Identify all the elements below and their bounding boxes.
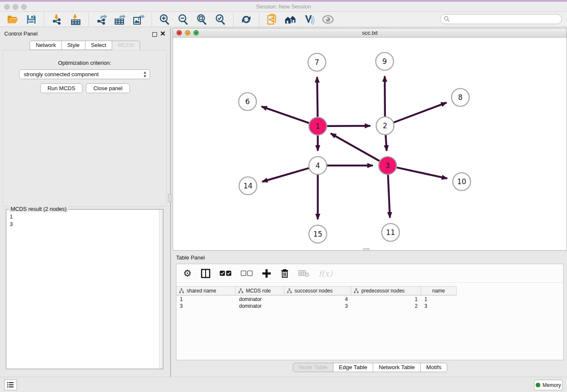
mcds-result-box: MCDS result (2 nodes) 1 3 — [6, 209, 163, 369]
tab-node-table[interactable]: Node Table — [293, 363, 333, 372]
memory-button[interactable]: Memory — [534, 380, 563, 390]
memory-label: Memory — [542, 382, 561, 388]
table-cell[interactable]: 1 — [351, 296, 421, 303]
select-stepper-icon: ▲▼ — [143, 71, 147, 78]
graph-edge-1-2[interactable] — [327, 126, 370, 126]
table-row[interactable]: 3dominator323 — [176, 303, 563, 309]
toolbar-separator — [44, 13, 44, 26]
delete-column-icon[interactable] — [281, 268, 289, 279]
titlebar: Session: New Session — [0, 2, 567, 12]
float-panel-icon[interactable] — [152, 31, 157, 39]
graph-edge-2-9[interactable] — [385, 76, 385, 116]
apply-layout-icon[interactable] — [240, 13, 253, 26]
table-cell[interactable]: 1 — [421, 296, 457, 303]
table-cell[interactable]: 2 — [351, 303, 421, 309]
table-panel: Table Panel ✕ ⚙ f(x) — [173, 252, 567, 377]
add-column-icon[interactable] — [262, 268, 271, 279]
deselect-all-icon[interactable] — [241, 268, 253, 279]
search-input[interactable] — [440, 14, 562, 24]
graph-edge-4-14[interactable] — [262, 168, 309, 182]
graph-edge-1-7[interactable] — [317, 77, 317, 117]
network-resize-handle[interactable] — [363, 248, 369, 251]
column-header-name[interactable]: name — [421, 286, 457, 295]
control-panel-tabs: Network Style Select MCDS — [0, 41, 169, 50]
zoom-out-icon[interactable] — [177, 13, 190, 26]
zoom-fit-icon[interactable] — [195, 13, 208, 26]
graph-node-label: 2 — [383, 121, 388, 130]
clone-network-icon[interactable] — [266, 13, 278, 26]
column-header-mcds-role[interactable]: MCDS role — [236, 286, 284, 295]
column-header-successor-nodes[interactable]: successor nodes — [284, 286, 351, 295]
table-row[interactable]: 1dominator411 — [176, 296, 563, 303]
table-cell[interactable]: dominator — [236, 296, 284, 303]
graph-edge-2-8[interactable] — [394, 102, 447, 122]
list-icon — [7, 381, 14, 388]
task-history-button[interactable] — [4, 379, 17, 390]
node-table-container: ⚙ f(x) shared name — [176, 264, 564, 360]
graph-edge-3-11[interactable] — [388, 175, 390, 218]
tab-style[interactable]: Style — [61, 41, 85, 50]
network-graph-canvas[interactable]: 7968124314101511 — [173, 38, 567, 250]
toolbar-separator — [88, 13, 89, 26]
close-window-button[interactable] — [4, 4, 10, 10]
tab-network-table[interactable]: Network Table — [373, 363, 421, 372]
graph-node-label: 9 — [383, 57, 387, 66]
maximize-network-button[interactable]: + — [193, 30, 199, 36]
table-header: shared name MCDS role successor nodes pr… — [176, 286, 457, 295]
tab-edge-table[interactable]: Edge Table — [333, 363, 373, 372]
tree-icon — [287, 288, 292, 293]
save-session-icon[interactable] — [25, 13, 38, 26]
minimize-window-button[interactable] — [13, 4, 18, 10]
table-cell[interactable]: 4 — [284, 296, 351, 303]
open-session-icon[interactable] — [6, 13, 19, 26]
criterion-select[interactable]: strongly connected component ▲▼ — [19, 69, 150, 79]
tab-motifs[interactable]: Motifs — [420, 363, 447, 372]
graph-node-label: 3 — [385, 161, 390, 170]
birds-eye-view-icon[interactable] — [322, 13, 334, 26]
table-cell[interactable]: 3 — [421, 303, 457, 309]
mcds-result-list[interactable]: 1 3 — [7, 213, 158, 228]
graph-node-label: 6 — [245, 97, 250, 106]
export-table-icon[interactable] — [114, 13, 127, 26]
graph-node-label: 11 — [386, 228, 395, 237]
close-panel-icon[interactable]: ✕ — [160, 31, 165, 36]
result-scrollbar[interactable] — [159, 210, 163, 369]
graph-edge-2-3[interactable] — [385, 135, 386, 151]
toolbar-separator — [151, 13, 152, 26]
table-cell[interactable]: 3 — [176, 303, 236, 309]
tab-mcds[interactable]: MCDS — [112, 41, 140, 50]
import-network-icon[interactable] — [51, 13, 63, 26]
zoom-selected-icon[interactable] — [214, 13, 227, 26]
export-image-icon[interactable] — [132, 13, 145, 26]
minimize-network-button[interactable]: – — [185, 30, 190, 36]
network-overview-icon[interactable] — [284, 13, 297, 26]
tab-select[interactable]: Select — [85, 41, 112, 50]
settings-gear-icon[interactable]: ⚙ — [183, 268, 192, 279]
export-network-icon[interactable] — [95, 13, 108, 26]
table-cell[interactable]: 3 — [284, 303, 351, 309]
zoom-window-button[interactable] — [21, 4, 27, 10]
zoom-in-icon[interactable] — [158, 13, 171, 26]
import-table-icon[interactable] — [69, 13, 82, 26]
graph-edge-3-10[interactable] — [396, 168, 447, 179]
tab-network[interactable]: Network — [30, 41, 62, 50]
graph-edges[interactable] — [261, 76, 447, 219]
select-all-icon[interactable] — [220, 268, 231, 279]
panel-divider-handle[interactable] — [168, 194, 172, 202]
run-mcds-button[interactable]: Run MCDS — [40, 83, 83, 93]
column-header-predecessor-nodes[interactable]: predecessor nodes — [351, 286, 421, 295]
graph-edge-3-1[interactable] — [330, 133, 379, 161]
graph-edge-1-6[interactable] — [261, 107, 309, 123]
result-item[interactable]: 3 — [7, 221, 158, 228]
memory-status-icon — [536, 383, 540, 387]
table-cell[interactable]: 1 — [176, 296, 236, 303]
graph-node-label: 15 — [313, 230, 322, 238]
close-panel-button[interactable]: Close panel — [86, 83, 130, 93]
column-layout-icon[interactable] — [201, 268, 210, 279]
column-header-shared-name[interactable]: shared name — [176, 286, 236, 295]
panel-divider[interactable] — [170, 28, 171, 377]
result-item[interactable]: 1 — [7, 213, 158, 221]
table-cell[interactable]: dominator — [236, 303, 284, 309]
graphics-details-icon[interactable] — [303, 13, 316, 26]
close-network-button[interactable]: × — [176, 30, 182, 36]
